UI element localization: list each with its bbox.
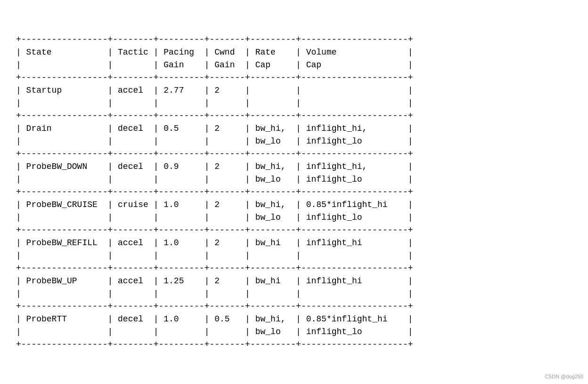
divider-0: +-----------------+--------+---------+--… [16, 72, 572, 84]
divider-6: +-----------------+--------+---------+--… [16, 300, 572, 313]
row-3-line2: | | | | | bw_lo | inflight_lo | [16, 211, 572, 224]
bottom-divider: +-----------------+--------+---------+--… [16, 338, 572, 351]
row-0-line1: | Startup | accel | 2.77 | 2 | | | [16, 84, 572, 97]
row-1-line2: | | | | | bw_lo | inflight_lo | [16, 135, 572, 148]
row-6-line1: | ProbeRTT | decel | 1.0 | 0.5 | bw_hi, … [16, 313, 572, 326]
row-3-line1: | ProbeBW_CRUISE | cruise | 1.0 | 2 | bw… [16, 199, 572, 211]
divider-1: +-----------------+--------+---------+--… [16, 110, 572, 122]
top-divider: +-----------------+--------+---------+--… [16, 33, 572, 46]
divider-2: +-----------------+--------+---------+--… [16, 148, 572, 160]
watermark: CSDN @dog250 [545, 374, 583, 379]
row-0-line2: | | | | | | | [16, 97, 572, 110]
row-4-line2: | | | | | | | [16, 249, 572, 262]
row-5-line2: | | | | | | | [16, 288, 572, 300]
divider-3: +-----------------+--------+---------+--… [16, 186, 572, 199]
row-2-line1: | ProbeBW_DOWN | decel | 0.9 | 2 | bw_hi… [16, 160, 572, 173]
divider-4: +-----------------+--------+---------+--… [16, 224, 572, 237]
header-row1: | State | Tactic | Pacing | Cwnd | Rate … [16, 46, 572, 59]
row-1-line1: | Drain | decel | 0.5 | 2 | bw_hi, | inf… [16, 122, 572, 135]
divider-5: +-----------------+--------+---------+--… [16, 262, 572, 275]
row-2-line2: | | | | | bw_lo | inflight_lo | [16, 173, 572, 186]
row-6-line2: | | | | | bw_lo | inflight_lo | [16, 326, 572, 338]
row-4-line1: | ProbeBW_REFILL | accel | 1.0 | 2 | bw_… [16, 237, 572, 249]
main-container: +-----------------+--------+---------+--… [11, 29, 577, 356]
header-row2: | | | Gain | Gain | Cap | Cap | [16, 59, 572, 72]
table-wrapper: +-----------------+--------+---------+--… [16, 33, 572, 351]
row-5-line1: | ProbeBW_UP | accel | 1.25 | 2 | bw_hi … [16, 275, 572, 288]
